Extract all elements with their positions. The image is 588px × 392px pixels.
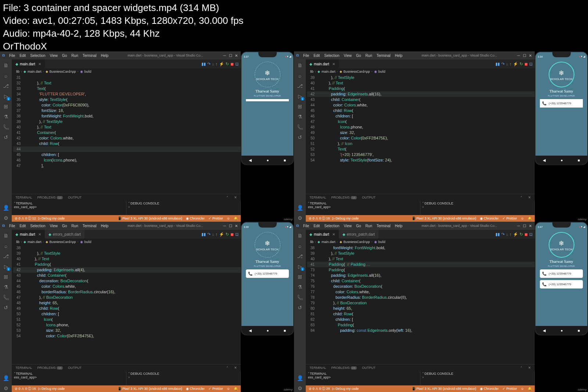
hot-reload-icon[interactable]: ⚡ — [513, 62, 518, 66]
menu-view[interactable]: View — [344, 54, 352, 58]
code-editor[interactable]: 39 ), // TextStyle40 ), // Text41 Paddin… — [306, 75, 535, 194]
menu-edit[interactable]: Edit — [313, 54, 320, 58]
minimize-icon[interactable]: ─ — [222, 53, 227, 58]
pause-icon[interactable]: ▮▮ — [495, 62, 500, 66]
menu-selection[interactable]: Selection — [324, 54, 339, 58]
terminal-header[interactable]: ˇ TERMINAL — [14, 202, 124, 205]
recent-icon[interactable]: ■ — [284, 158, 286, 162]
debug-console-header[interactable]: ˇ DEBUG CONSOLE — [423, 372, 533, 375]
problems-tab[interactable]: PROBLEMS 16 — [331, 196, 357, 199]
menu-go[interactable]: Go — [356, 54, 361, 58]
stop-icon[interactable]: ◼ — [524, 232, 528, 237]
menu-terminal[interactable]: Terminal — [83, 54, 97, 58]
close-tab-icon[interactable]: ✕ — [38, 232, 41, 236]
account-icon[interactable]: 👤 — [296, 204, 304, 211]
extensions-icon[interactable]: ⊞ — [2, 103, 10, 110]
menu-go[interactable]: Go — [356, 224, 361, 228]
inspect-icon[interactable]: ⊡ — [235, 62, 239, 66]
panel-up-icon[interactable]: ⌃ — [520, 196, 523, 199]
hot-reload-icon[interactable]: ⚡ — [219, 62, 224, 66]
explorer-icon[interactable]: 🗎 — [296, 62, 304, 69]
search-icon[interactable]: ⌕ — [296, 72, 304, 79]
phone-icon[interactable]: 📞 — [296, 123, 304, 131]
debug-input[interactable]: › — [129, 375, 239, 379]
stop-icon[interactable]: ◼ — [230, 62, 234, 66]
terminal-tab[interactable]: TERMINAL — [309, 196, 326, 199]
maximize-icon[interactable]: ☐ — [522, 224, 527, 228]
menu-run[interactable]: Run — [71, 224, 78, 228]
maximize-icon[interactable]: ☐ — [228, 224, 233, 228]
test-icon[interactable]: ⚗ — [2, 113, 10, 120]
phone-icon[interactable]: 📞 — [2, 123, 10, 131]
code-editor[interactable]: 3839 ), // TextStyle40 ), // Text41 Padd… — [12, 245, 241, 364]
terminal-prompt[interactable]: ess_card_app> — [14, 205, 124, 209]
problems-tab[interactable]: PROBLEMS 28 — [331, 366, 357, 370]
menu-edit[interactable]: Edit — [19, 54, 26, 58]
account-icon[interactable]: 👤 — [2, 374, 10, 382]
menu-edit[interactable]: Edit — [19, 224, 26, 228]
pause-icon[interactable]: ▮▮ — [201, 62, 206, 66]
restart-icon[interactable]: ↻ — [520, 232, 523, 237]
status-prettier[interactable]: ✓ Prettier — [502, 217, 517, 220]
status-prettier[interactable]: ✓ Prettier — [208, 217, 223, 220]
back-icon[interactable]: ◀ — [543, 158, 546, 162]
output-tab[interactable]: OUTPUT — [68, 366, 82, 370]
refresh-icon[interactable]: ↺ — [296, 134, 304, 141]
menu-help[interactable]: Help — [395, 224, 403, 228]
step-over-icon[interactable]: ↷ — [207, 232, 211, 237]
menu-go[interactable]: Go — [62, 224, 67, 228]
explorer-icon[interactable]: 🗎 — [2, 62, 10, 69]
inspect-icon[interactable]: ⊡ — [529, 232, 533, 237]
status-prettier[interactable]: ✓ Prettier — [208, 387, 223, 391]
refresh-icon[interactable]: ↺ — [2, 134, 10, 141]
restart-icon[interactable]: ↻ — [520, 62, 523, 66]
extensions-icon[interactable]: ⊞ — [2, 273, 10, 280]
tab-main[interactable]: ◆main.dart✕ — [306, 230, 339, 239]
status-chronicler[interactable]: ◉ Chronicler — [186, 387, 205, 391]
menu-view[interactable]: View — [50, 224, 58, 228]
close-tab-icon[interactable]: ✕ — [38, 62, 41, 66]
debug-my-code[interactable]: ▷ Debug my code — [332, 217, 359, 220]
panel-up-icon[interactable]: ⌃ — [226, 196, 229, 199]
menu-terminal[interactable]: Terminal — [377, 224, 391, 228]
step-in-icon[interactable]: ↓ — [212, 232, 214, 237]
menu-terminal[interactable]: Terminal — [377, 54, 391, 58]
terminal-header[interactable]: ˇ TERMINAL — [14, 372, 124, 375]
menu-file[interactable]: File — [9, 224, 15, 228]
problems-tab[interactable]: PROBLEMS 12 — [37, 196, 63, 199]
back-icon[interactable]: ◀ — [249, 158, 252, 162]
status-feedback-icon[interactable]: ☺ — [227, 217, 230, 220]
home-icon[interactable]: ● — [266, 329, 269, 333]
close-icon[interactable]: ✕ — [528, 224, 533, 228]
stop-icon[interactable]: ◼ — [524, 62, 528, 66]
debug-my-code[interactable]: ▷ Debug my code — [38, 387, 65, 391]
status-feedback-icon[interactable]: ☺ — [521, 387, 524, 391]
tab-errors[interactable]: ◆errors_patch.dart — [45, 230, 85, 239]
terminal-tab[interactable]: TERMINAL — [309, 366, 326, 370]
menu-selection[interactable]: Selection — [324, 224, 339, 228]
terminal-prompt[interactable]: ess_card_app> — [14, 375, 124, 379]
scm-icon[interactable]: ⎇ — [296, 253, 304, 260]
step-in-icon[interactable]: ↓ — [506, 232, 508, 237]
debug-icon[interactable]: ▷ — [2, 263, 10, 270]
status-bell-icon[interactable]: 🔔 — [234, 387, 238, 391]
hot-reload-icon[interactable]: ⚡ — [219, 232, 224, 237]
close-icon[interactable]: ✕ — [234, 224, 239, 228]
code-editor[interactable]: 3132 ), // Text33 Text(34 'FLUTTER DEVEL… — [12, 75, 241, 194]
panel-close-icon[interactable]: ✕ — [234, 196, 237, 199]
tab-main[interactable]: ◆main.dart✕ — [12, 59, 45, 68]
stop-icon[interactable]: ◼ — [230, 232, 234, 237]
close-tab-icon[interactable]: ✕ — [332, 232, 335, 236]
gear-icon[interactable]: ⚙ — [296, 385, 304, 392]
debug-input[interactable]: › — [423, 205, 533, 209]
menu-help[interactable]: Help — [101, 54, 109, 58]
status-prettier[interactable]: ✓ Prettier — [502, 387, 517, 391]
home-icon[interactable]: ● — [560, 329, 563, 333]
step-out-icon[interactable]: ↑ — [216, 62, 218, 66]
status-device[interactable]: 📱 Pixel 3 XL API 30 (android-x86 emulato… — [412, 217, 476, 220]
menu-file[interactable]: File — [9, 54, 15, 58]
step-over-icon[interactable]: ↷ — [501, 62, 505, 66]
menu-file[interactable]: File — [303, 224, 309, 228]
debug-input[interactable]: › — [423, 375, 533, 379]
menu-selection[interactable]: Selection — [30, 224, 45, 228]
